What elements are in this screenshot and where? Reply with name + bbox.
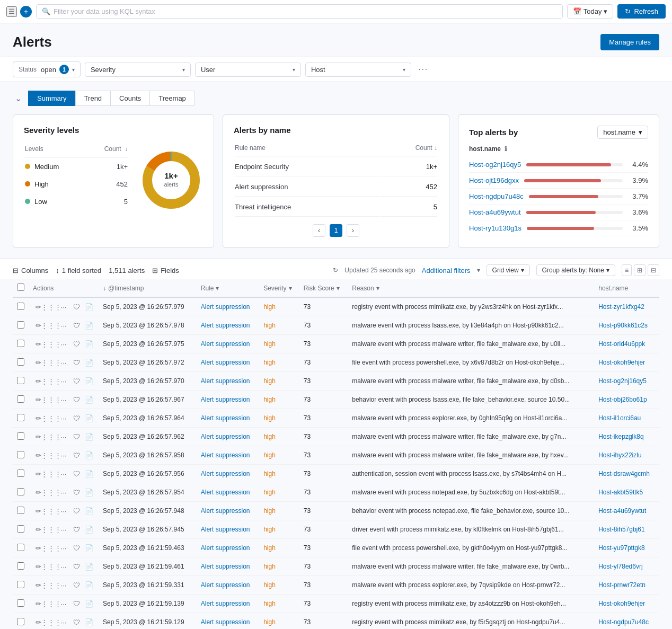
graph-icon[interactable]: ⋮⋮⋮ xyxy=(46,487,56,498)
shield-icon[interactable]: 🛡 xyxy=(71,339,82,349)
row-checkbox-cell[interactable] xyxy=(13,428,29,446)
more-icon[interactable]: ··· xyxy=(58,394,69,405)
document-icon[interactable]: 📄 xyxy=(84,617,94,627)
host-name-link[interactable]: Host-a4u69ywtut xyxy=(469,208,521,216)
graph-icon[interactable]: ⋮⋮⋮ xyxy=(46,394,56,405)
graph-icon[interactable]: ⋮⋮⋮ xyxy=(46,561,56,572)
graph-icon[interactable]: ⋮⋮⋮ xyxy=(46,413,56,423)
row-checkbox[interactable] xyxy=(17,303,24,310)
select-all-checkbox[interactable] xyxy=(17,284,24,291)
shield-icon[interactable]: 🛡 xyxy=(71,450,82,460)
graph-icon[interactable]: ⋮⋮⋮ xyxy=(46,302,56,312)
page-1-button[interactable]: 1 xyxy=(330,224,342,237)
row-checkbox-cell[interactable] xyxy=(13,539,29,557)
row-checkbox-cell[interactable] xyxy=(13,502,29,520)
more-icon[interactable]: ··· xyxy=(58,617,69,627)
tab-treemap[interactable]: Treemap xyxy=(149,91,195,106)
graph-icon[interactable]: ⋮⋮⋮ xyxy=(46,506,56,516)
document-icon[interactable]: 📄 xyxy=(84,524,94,535)
graph-icon[interactable]: ⋮⋮⋮ xyxy=(46,617,56,627)
search-bar[interactable]: 🔍 xyxy=(36,4,563,19)
document-icon[interactable]: 📄 xyxy=(84,543,94,553)
graph-icon[interactable]: ⋮⋮⋮ xyxy=(46,468,56,479)
row-checkbox-cell[interactable] xyxy=(13,576,29,595)
host-name-link[interactable]: Host-ngdpu7u48c xyxy=(469,192,524,200)
rule-link[interactable]: Alert suppression xyxy=(201,618,250,626)
graph-icon[interactable]: ⋮⋮⋮ xyxy=(46,543,56,553)
add-tab-button[interactable]: ＋ xyxy=(20,6,32,17)
document-icon[interactable]: 📄 xyxy=(84,580,94,590)
graph-icon[interactable]: ⋮⋮⋮ xyxy=(46,580,56,590)
rule-link[interactable]: Alert suppression xyxy=(201,470,250,477)
host-link[interactable]: Host-a4u69ywtut xyxy=(598,507,646,515)
host-link[interactable]: Host-ihyx22izlu xyxy=(598,451,641,459)
rule-link[interactable]: Alert suppression xyxy=(201,414,250,422)
row-checkbox-cell[interactable] xyxy=(13,391,29,409)
hamburger-button[interactable]: ☰ xyxy=(6,6,17,17)
row-checkbox[interactable] xyxy=(17,358,24,366)
host-link[interactable]: Host-dsraw4gcmh xyxy=(598,470,650,477)
row-checkbox[interactable] xyxy=(17,321,24,329)
host-name-link[interactable]: Host-ojt196dgxx xyxy=(469,176,519,184)
host-link[interactable]: Host-8ih57gbj61 xyxy=(598,526,644,533)
row-checkbox-cell[interactable] xyxy=(13,613,29,630)
more-icon[interactable]: ··· xyxy=(58,524,69,535)
more-icon[interactable]: ··· xyxy=(58,320,69,331)
row-checkbox-cell[interactable] xyxy=(13,520,29,539)
host-link[interactable]: Host-akbt59ttk5 xyxy=(598,489,643,496)
shield-icon[interactable]: 🛡 xyxy=(71,617,82,627)
rule-link[interactable]: Alert suppression xyxy=(201,581,250,589)
refresh-button[interactable]: ↻ Refresh xyxy=(617,4,666,19)
row-checkbox-cell[interactable] xyxy=(13,372,29,391)
row-checkbox[interactable] xyxy=(17,544,24,551)
date-picker[interactable]: 📅 Today ▾ xyxy=(567,4,614,19)
row-checkbox-cell[interactable] xyxy=(13,353,29,372)
row-checkbox[interactable] xyxy=(17,414,24,421)
severity-header[interactable]: Severity▾ xyxy=(259,279,299,297)
row-checkbox[interactable] xyxy=(17,377,24,384)
rule-link[interactable]: Alert suppression xyxy=(201,396,250,403)
shield-icon[interactable]: 🛡 xyxy=(71,394,82,405)
rule-link[interactable]: Alert suppression xyxy=(201,377,250,385)
more-filters-button[interactable]: ··· xyxy=(415,62,431,77)
row-checkbox[interactable] xyxy=(17,599,24,607)
row-checkbox-cell[interactable] xyxy=(13,446,29,465)
document-icon[interactable]: 📄 xyxy=(84,413,94,423)
graph-icon[interactable]: ⋮⋮⋮ xyxy=(46,357,56,368)
tab-trend[interactable]: Trend xyxy=(75,91,110,106)
host-link[interactable]: Host-p90kk61c2s xyxy=(598,322,648,329)
host-link[interactable]: Host-okoh9ehjer xyxy=(598,359,645,366)
graph-icon[interactable]: ⋮⋮⋮ xyxy=(46,320,56,331)
shield-icon[interactable]: 🛡 xyxy=(71,468,82,479)
timestamp-header[interactable]: ↓ @timestamp xyxy=(99,279,197,297)
rule-link[interactable]: Alert suppression xyxy=(201,433,250,440)
row-checkbox-cell[interactable] xyxy=(13,465,29,483)
rule-link[interactable]: Alert suppression xyxy=(201,600,250,607)
list-view-button[interactable]: ≡ xyxy=(622,264,632,276)
shield-icon[interactable]: 🛡 xyxy=(71,543,82,553)
rule-link[interactable]: Alert suppression xyxy=(201,359,250,366)
host-link[interactable]: Host-ikepzglk8q xyxy=(598,433,643,440)
shield-icon[interactable]: 🛡 xyxy=(71,413,82,423)
row-checkbox[interactable] xyxy=(17,618,24,625)
more-icon[interactable]: ··· xyxy=(58,339,69,349)
risk-score-header[interactable]: Risk Score▾ xyxy=(299,279,348,297)
rule-header[interactable]: Rule▾ xyxy=(197,279,259,297)
graph-icon[interactable]: ⋮⋮⋮ xyxy=(46,450,56,460)
row-checkbox[interactable] xyxy=(17,451,24,458)
row-checkbox[interactable] xyxy=(17,507,24,514)
graph-icon[interactable]: ⋮⋮⋮ xyxy=(46,339,56,349)
collapse-button[interactable]: ⌄ xyxy=(13,91,24,105)
row-checkbox[interactable] xyxy=(17,488,24,495)
host-link[interactable]: Host-okoh9ehjer xyxy=(598,600,645,607)
row-checkbox-cell[interactable] xyxy=(13,409,29,428)
shield-icon[interactable]: 🛡 xyxy=(71,320,82,331)
graph-icon[interactable]: ⋮⋮⋮ xyxy=(46,524,56,535)
shield-icon[interactable]: 🛡 xyxy=(71,580,82,590)
row-checkbox-cell[interactable] xyxy=(13,595,29,613)
more-icon[interactable]: ··· xyxy=(58,487,69,498)
tab-summary[interactable]: Summary xyxy=(28,91,75,106)
more-icon[interactable]: ··· xyxy=(58,506,69,516)
host-name-link[interactable]: Host-og2nj16qy5 xyxy=(469,161,521,169)
graph-icon[interactable]: ⋮⋮⋮ xyxy=(46,376,56,386)
